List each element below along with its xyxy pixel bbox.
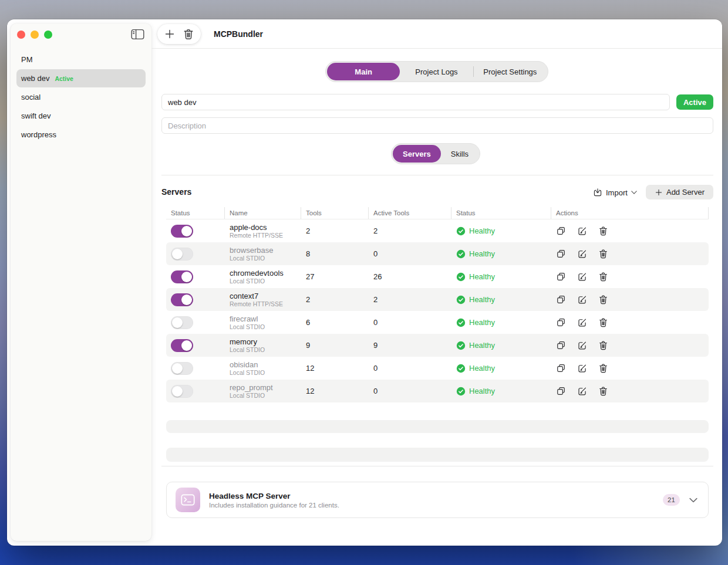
app-window: PM web dev Active social swift dev wordp… <box>7 19 722 546</box>
description-input[interactable] <box>161 117 713 134</box>
empty-row <box>166 448 709 462</box>
server-enabled-toggle[interactable] <box>171 225 193 238</box>
sidebar-item[interactable]: wordpress <box>16 126 146 144</box>
server-enabled-toggle[interactable] <box>171 316 193 329</box>
tab-servers[interactable]: Servers <box>393 145 441 163</box>
server-name: apple-docs <box>230 223 267 232</box>
server-status-label: Healthy <box>469 318 495 327</box>
delete-project-button[interactable] <box>182 28 195 40</box>
server-active-tools-count: 26 <box>369 272 451 281</box>
headless-text: Headless MCP Server Includes installatio… <box>209 492 663 509</box>
duplicate-icon[interactable] <box>556 249 566 259</box>
duplicate-icon[interactable] <box>556 272 566 282</box>
server-enabled-toggle[interactable] <box>171 339 193 352</box>
delete-icon[interactable] <box>598 340 608 350</box>
delete-icon[interactable] <box>598 317 608 327</box>
servers-section-title: Servers <box>161 187 191 197</box>
duplicate-icon[interactable] <box>556 363 566 373</box>
server-name: context7 <box>230 292 258 300</box>
tab-main[interactable]: Main <box>327 63 400 80</box>
col-header-active-tools: Active Tools <box>369 207 451 219</box>
tab-project-settings[interactable]: Project Settings <box>474 63 547 80</box>
servers-table-body: apple-docs Remote HTTP/SSE 2 2 Healthy b… <box>166 219 709 402</box>
server-name: obisidan <box>230 360 258 369</box>
table-row: context7 Remote HTTP/SSE 2 2 Healthy <box>166 288 709 311</box>
healthy-check-icon <box>456 295 466 305</box>
edit-icon[interactable] <box>577 386 587 396</box>
toggle-knob <box>181 226 192 236</box>
sidebar-item-label: PM <box>21 55 33 64</box>
delete-icon[interactable] <box>598 226 608 236</box>
tab-skills[interactable]: Skills <box>441 145 478 163</box>
server-active-tools-count: 0 <box>369 249 451 258</box>
edit-icon[interactable] <box>577 363 587 373</box>
delete-icon[interactable] <box>598 386 608 396</box>
table-row: repo_prompt Local STDIO 12 0 Healthy <box>166 380 709 402</box>
col-header-tools: Tools <box>301 207 369 219</box>
delete-icon[interactable] <box>598 272 608 282</box>
server-active-tools-count: 2 <box>369 226 451 235</box>
sidebar-item-label: social <box>21 93 41 102</box>
server-type: Remote HTTP/SSE <box>230 232 283 239</box>
edit-icon[interactable] <box>577 249 587 259</box>
sidebar-item[interactable]: social <box>16 88 146 106</box>
table-row: firecrawl Local STDIO 6 0 Healthy <box>166 311 709 334</box>
edit-icon[interactable] <box>577 317 587 327</box>
server-enabled-toggle[interactable] <box>171 362 193 375</box>
sidebar-toggle-icon[interactable] <box>131 29 144 40</box>
edit-icon[interactable] <box>577 226 587 236</box>
delete-icon[interactable] <box>598 249 608 259</box>
minimize-button[interactable] <box>31 31 39 39</box>
duplicate-icon[interactable] <box>556 295 566 305</box>
terminal-icon <box>176 488 200 512</box>
headless-subtitle: Includes installation guidance for 21 cl… <box>209 502 663 509</box>
chevron-down-icon[interactable] <box>689 498 697 503</box>
project-name-input[interactable] <box>161 94 670 110</box>
chevron-down-icon <box>631 191 637 194</box>
server-enabled-toggle[interactable] <box>171 293 193 306</box>
server-status-label: Healthy <box>469 226 495 235</box>
server-tools-count: 9 <box>301 341 369 350</box>
server-tools-count: 12 <box>301 387 369 395</box>
duplicate-icon[interactable] <box>556 340 566 350</box>
import-label: Import <box>606 188 628 197</box>
server-type: Local STDIO <box>230 323 265 331</box>
sidebar-item[interactable]: web dev Active <box>16 69 146 87</box>
server-active-tools-count: 9 <box>369 341 451 350</box>
sidebar-item-label: web dev <box>21 74 49 83</box>
duplicate-icon[interactable] <box>556 317 566 327</box>
add-project-button[interactable] <box>163 28 176 40</box>
server-type: Local STDIO <box>230 278 265 285</box>
sidebar-item-active-badge: Active <box>55 75 73 82</box>
server-type: Local STDIO <box>230 369 265 377</box>
delete-icon[interactable] <box>598 363 608 373</box>
server-name: firecrawl <box>230 314 258 323</box>
server-status-label: Healthy <box>469 341 495 350</box>
close-button[interactable] <box>17 31 25 39</box>
edit-icon[interactable] <box>577 340 587 350</box>
duplicate-icon[interactable] <box>556 386 566 396</box>
add-server-label: Add Server <box>666 188 705 197</box>
col-header-actions: Actions <box>551 207 709 219</box>
server-enabled-toggle[interactable] <box>171 270 193 283</box>
toolbar-button-group <box>157 24 201 44</box>
duplicate-icon[interactable] <box>556 226 566 236</box>
server-enabled-toggle[interactable] <box>171 248 193 260</box>
delete-icon[interactable] <box>598 295 608 305</box>
sidebar-item[interactable]: PM <box>16 50 146 69</box>
server-active-tools-count: 0 <box>369 387 451 395</box>
server-enabled-toggle[interactable] <box>171 385 193 398</box>
tab-project-logs[interactable]: Project Logs <box>400 63 473 80</box>
headless-server-card[interactable]: Headless MCP Server Includes installatio… <box>166 482 709 518</box>
edit-icon[interactable] <box>577 272 587 282</box>
server-active-tools-count: 2 <box>369 295 451 304</box>
server-status-label: Healthy <box>469 295 495 304</box>
active-button[interactable]: Active <box>676 94 713 110</box>
edit-icon[interactable] <box>577 295 587 305</box>
sidebar-item[interactable]: swift dev <box>16 107 146 125</box>
add-server-button[interactable]: Add Server <box>646 185 713 199</box>
zoom-button[interactable] <box>44 31 52 39</box>
sidebar-list: PM web dev Active social swift dev wordp… <box>11 50 151 144</box>
import-button[interactable]: Import <box>593 185 637 199</box>
server-tools-count: 6 <box>301 318 369 327</box>
